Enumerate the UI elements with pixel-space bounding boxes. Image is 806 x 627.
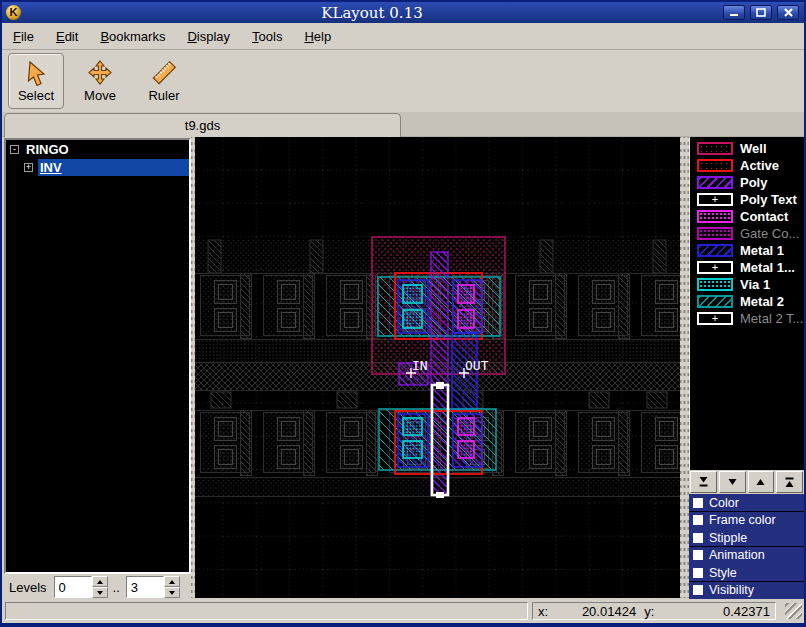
level-from-spinbox[interactable] — [54, 576, 108, 598]
text-layer-swatch-icon: + — [697, 261, 733, 274]
x-label: x: — [538, 604, 548, 619]
stipple-checkbox[interactable] — [693, 533, 703, 543]
down-arrow-icon — [97, 591, 103, 595]
layer-row-poly[interactable]: Poly — [690, 174, 804, 191]
menu-bookmarks[interactable]: Bookmarks — [89, 25, 176, 48]
levels-control: Levels .. — [2, 575, 192, 599]
layout-canvas[interactable]: IN OUT — [195, 137, 680, 598]
level-from-down-button[interactable] — [92, 587, 108, 598]
selection-handle[interactable] — [436, 492, 444, 498]
gate-contact-swatch-icon — [697, 227, 733, 240]
layer-row-poly-text[interactable]: + Poly Text — [690, 191, 804, 208]
menu-edit[interactable]: Edit — [45, 25, 89, 48]
level-to-spinbox[interactable] — [126, 576, 180, 598]
level-from-up-button[interactable] — [92, 576, 108, 587]
resize-grip[interactable] — [785, 603, 802, 619]
right-splitter[interactable] — [680, 137, 689, 598]
text-layer-swatch-icon: + — [697, 312, 733, 325]
level-to-up-button[interactable] — [164, 576, 180, 587]
levels-separator: .. — [113, 580, 120, 595]
via-square — [403, 441, 422, 458]
x-value: 20.01424 — [548, 604, 636, 619]
move-to-top-button[interactable] — [776, 471, 803, 493]
up-arrow-icon — [169, 580, 175, 584]
layer-row-via1[interactable]: Via 1 — [690, 276, 804, 293]
title-bar[interactable]: K KLayout 0.13 — [2, 2, 804, 23]
move-to-top-icon — [783, 476, 796, 488]
level-to-input[interactable] — [126, 576, 164, 598]
poly-swatch-icon — [697, 176, 733, 189]
menu-help[interactable]: Help — [293, 25, 342, 48]
move-tool-button[interactable]: Move — [72, 53, 128, 109]
contact-square — [458, 441, 474, 458]
move-up-icon — [754, 476, 767, 488]
layer-row-contact[interactable]: Contact — [690, 208, 804, 225]
layer-row-gate-contact[interactable]: Gate Co... — [690, 225, 804, 242]
prop-row-animation[interactable]: Animation — [689, 547, 804, 564]
down-arrow-icon — [169, 591, 175, 595]
tree-item-ringo[interactable]: - RINGO — [6, 140, 189, 158]
expand-minus-icon[interactable]: - — [10, 145, 19, 154]
menu-tools[interactable]: Tools — [241, 25, 293, 48]
layer-order-buttons — [689, 470, 804, 494]
in-label: IN — [412, 358, 428, 373]
tree-item-inv[interactable]: + INV — [6, 158, 189, 176]
text-layer-swatch-icon: + — [697, 193, 733, 206]
y-label: y: — [644, 604, 654, 619]
selection-handle[interactable] — [436, 382, 444, 389]
move-to-bottom-icon — [697, 476, 710, 488]
layer-properties-list: Color Frame color Stipple Animation Styl… — [689, 494, 804, 599]
level-to-down-button[interactable] — [164, 587, 180, 598]
animation-checkbox[interactable] — [693, 550, 703, 560]
maximize-button[interactable] — [750, 5, 772, 20]
layer-row-active[interactable]: Active — [690, 157, 804, 174]
well-swatch-icon — [697, 142, 733, 155]
prop-row-frame-color[interactable]: Frame color — [689, 512, 804, 529]
move-down-icon — [726, 476, 739, 488]
style-checkbox[interactable] — [693, 568, 703, 578]
metal2-swatch-icon — [697, 295, 733, 308]
close-button[interactable] — [777, 5, 799, 20]
layer-row-metal1[interactable]: Metal 1 — [690, 242, 804, 259]
prop-row-visibility[interactable]: Visibility — [689, 582, 804, 599]
layer-row-metal1-text[interactable]: + Metal 1... — [690, 259, 804, 276]
prop-row-stipple[interactable]: Stipple — [689, 529, 804, 546]
layer-panel: Well Active Poly + Poly Text Contact Gat… — [689, 137, 804, 599]
menu-bar: File Edit Bookmarks Display Tools Help — [2, 23, 804, 50]
out-label: OUT — [465, 358, 489, 373]
prop-row-style[interactable]: Style — [689, 564, 804, 581]
frame-color-checkbox[interactable] — [693, 515, 703, 525]
main-area: - RINGO + INV Levels .. — [2, 137, 804, 599]
via-square — [403, 418, 422, 435]
ruler-tool-button[interactable]: Ruler — [136, 53, 192, 109]
contact-square — [458, 285, 474, 303]
move-down-button[interactable] — [719, 471, 746, 493]
color-checkbox[interactable] — [693, 498, 703, 508]
cell-tree-panel[interactable]: - RINGO + INV — [4, 138, 191, 574]
prop-row-color[interactable]: Color — [689, 494, 804, 511]
ruler-icon — [151, 60, 177, 86]
tab-t9gds[interactable]: t9.gds — [4, 113, 401, 137]
move-up-button[interactable] — [748, 471, 775, 493]
select-tool-button[interactable]: Select — [8, 53, 64, 109]
visibility-checkbox[interactable] — [693, 585, 703, 595]
move-to-bottom-button[interactable] — [690, 471, 717, 493]
minimize-button[interactable] — [723, 5, 745, 20]
levels-label: Levels — [9, 580, 47, 595]
window-title: KLayout 0.13 — [21, 4, 723, 22]
move-arrows-icon — [87, 60, 113, 86]
menu-file[interactable]: File — [2, 25, 45, 48]
menu-display[interactable]: Display — [176, 25, 241, 48]
minimize-icon — [729, 9, 739, 17]
layer-row-metal2[interactable]: Metal 2 — [690, 293, 804, 310]
status-message-panel — [5, 602, 528, 620]
level-from-input[interactable] — [54, 576, 92, 598]
layer-row-metal2-text[interactable]: + Metal 2 T... — [690, 310, 804, 327]
select-cursor-icon — [23, 60, 49, 86]
tab-bar: t9.gds — [2, 112, 804, 137]
layer-list[interactable]: Well Active Poly + Poly Text Contact Gat… — [689, 137, 804, 470]
layer-row-well[interactable]: Well — [690, 140, 804, 157]
via1-swatch-icon — [697, 278, 733, 291]
expand-plus-icon[interactable]: + — [24, 163, 33, 172]
contact-square — [458, 310, 474, 328]
